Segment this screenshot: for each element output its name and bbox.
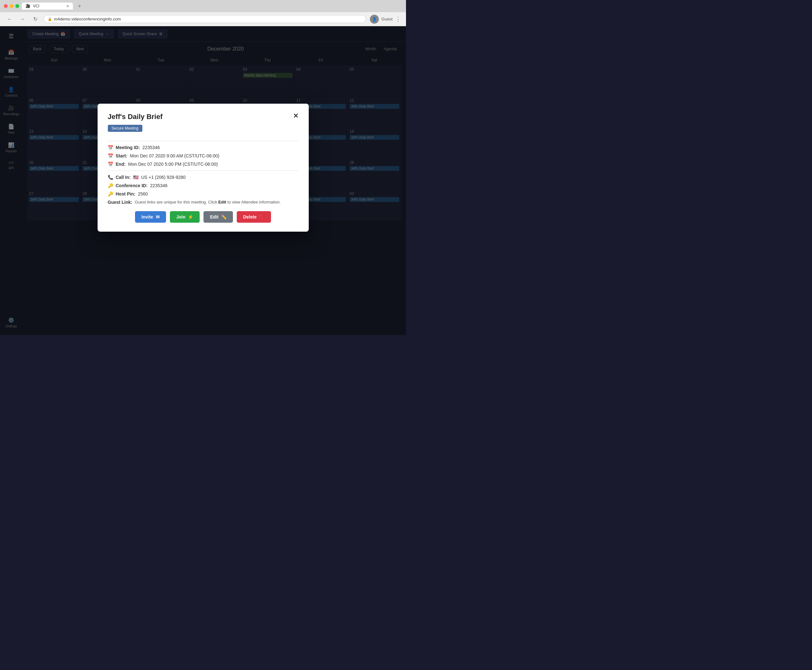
modal-divider-2 xyxy=(108,171,298,171)
meeting-id-label: Meeting ID: xyxy=(116,145,140,150)
tab-icon: 🎥 xyxy=(25,4,30,8)
start-row: 📅 Start: Mon Dec 07 2020 9:00 AM (CST/UT… xyxy=(108,153,298,158)
modal-footer: Invite ✉ Join ⚡ Edit ✏️ Delete 🚫 xyxy=(108,211,298,223)
edit-label: Edit xyxy=(210,214,218,220)
tab-title: VCI xyxy=(33,4,39,8)
user-avatar[interactable]: 👤 xyxy=(370,15,379,24)
modal-contact-section: 📞 Call In: 🇺🇸 US +1 (206) 928-9280 🔑 Con… xyxy=(108,175,298,205)
delete-icon: 🚫 xyxy=(259,214,265,220)
browser-menu-button[interactable]: ⋮ xyxy=(395,16,401,23)
end-value: Mon Dec 07 2020 5:00 PM (CST/UTC-06:00) xyxy=(128,162,218,167)
guest-link-label: Guest Link: xyxy=(108,200,132,205)
modal-header: Jeff's Daily Brief ✕ xyxy=(108,113,298,121)
host-pin-row: 🔑 Host Pin: 2560 xyxy=(108,191,298,196)
start-value: Mon Dec 07 2020 9:00 AM (CST/UTC-06:00) xyxy=(130,153,219,158)
edit-button[interactable]: Edit ✏️ xyxy=(203,211,233,223)
delete-button[interactable]: Delete 🚫 xyxy=(237,211,271,223)
forward-button[interactable]: → xyxy=(18,15,27,24)
phone-icon: 📞 xyxy=(108,175,113,180)
guest-link-row: Guest Link: Guest links are unique for t… xyxy=(108,200,298,205)
callin-row: 📞 Call In: 🇺🇸 US +1 (206) 928-9280 xyxy=(108,175,298,180)
lock-icon: 🔒 xyxy=(48,17,52,21)
invite-button[interactable]: Invite ✉ xyxy=(135,211,166,223)
edit-icon: ✏️ xyxy=(221,214,227,220)
meeting-id-row: 📅 Meeting ID: 2235346 xyxy=(108,145,298,150)
modal-divider-1 xyxy=(108,141,298,141)
guest-link-text: Guest links are unique for this meeting.… xyxy=(135,200,281,205)
callin-label: Call In: xyxy=(116,175,131,180)
secure-meeting-badge: Secure Meeting xyxy=(108,125,142,132)
host-pin-icon: 🔑 xyxy=(108,191,113,196)
maximize-dot[interactable] xyxy=(15,4,19,8)
modal-close-button[interactable]: ✕ xyxy=(293,113,298,119)
new-tab-button[interactable]: + xyxy=(76,3,83,9)
join-button[interactable]: Join ⚡ xyxy=(170,211,200,223)
host-pin-value: 2560 xyxy=(138,191,148,196)
start-label: Start: xyxy=(116,153,128,158)
join-icon: ⚡ xyxy=(188,214,193,220)
delete-label: Delete xyxy=(243,214,257,220)
end-label: End: xyxy=(116,162,126,167)
start-icon: 📅 xyxy=(108,153,113,158)
close-dot[interactable] xyxy=(4,4,8,8)
browser-dots xyxy=(4,4,19,8)
minimize-dot[interactable] xyxy=(10,4,14,8)
browser-tab[interactable]: 🎥 VCI ✕ xyxy=(22,3,73,10)
refresh-button[interactable]: ↻ xyxy=(31,15,40,24)
join-label: Join xyxy=(176,214,186,220)
invite-label: Invite xyxy=(141,214,153,220)
browser-titlebar: 🎥 VCI ✕ + xyxy=(0,0,406,12)
end-row: 📅 End: Mon Dec 07 2020 5:00 PM (CST/UTC-… xyxy=(108,162,298,167)
key-icon: 🔑 xyxy=(108,183,113,188)
conf-id-value: 2235346 xyxy=(150,183,167,188)
user-label: Guest xyxy=(381,17,392,22)
browser-addressbar: ← → ↻ 🔒 m4demo.videoconferencinginfo.com… xyxy=(0,12,406,26)
user-area: 👤 Guest ⋮ xyxy=(370,15,401,24)
url-text: m4demo.videoconferencinginfo.com xyxy=(54,17,121,22)
end-icon: 📅 xyxy=(108,162,113,167)
conf-id-label: Conference ID: xyxy=(116,183,148,188)
back-button[interactable]: ← xyxy=(5,15,14,24)
meeting-id-value: 2235346 xyxy=(142,145,160,150)
meeting-detail-modal: Jeff's Daily Brief ✕ Secure Meeting 📅 Me… xyxy=(98,104,309,232)
conf-id-row: 🔑 Conference ID: 2235346 xyxy=(108,183,298,188)
callin-value: US +1 (206) 928-9280 xyxy=(141,175,186,180)
flag-icon: 🇺🇸 xyxy=(133,175,139,180)
host-pin-label: Host Pin: xyxy=(116,191,135,196)
calendar-icon-small: 📅 xyxy=(108,145,113,150)
modal-title: Jeff's Daily Brief xyxy=(108,113,163,121)
modal-info-section: 📅 Meeting ID: 2235346 📅 Start: Mon Dec 0… xyxy=(108,145,298,167)
invite-icon: ✉ xyxy=(156,214,160,220)
address-bar[interactable]: 🔒 m4demo.videoconferencinginfo.com xyxy=(44,15,366,23)
tab-close-button[interactable]: ✕ xyxy=(66,4,69,8)
browser-chrome: 🎥 VCI ✕ + ← → ↻ 🔒 m4demo.videoconferenci… xyxy=(0,0,406,26)
